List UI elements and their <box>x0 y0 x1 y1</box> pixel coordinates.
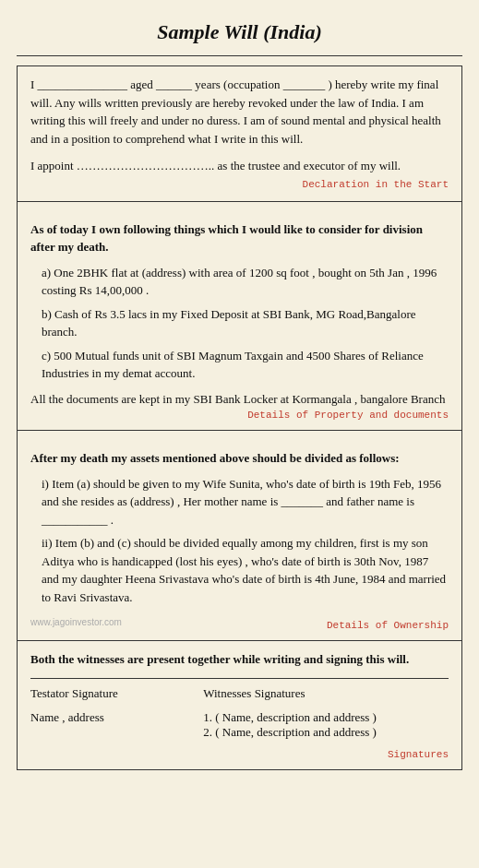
testator-label: Testator Signature <box>30 686 194 701</box>
list-item: b) Cash of Rs 3.5 lacs in my Fixed Depos… <box>38 305 449 341</box>
declaration-annotation: Declaration in the Start <box>30 179 449 190</box>
division-list: i) Item (a) should be given to my Wife S… <box>38 475 449 607</box>
appoint-text: I appoint …………………………….. as the trustee a… <box>30 157 449 175</box>
signatures-annotation: Signatures <box>30 749 449 760</box>
documents-text: All the documents are kept in my SBI Ban… <box>30 390 449 409</box>
item-text-c: 500 Mutual funds unit of SBI Magnum Taxg… <box>42 349 424 381</box>
top-divider <box>17 55 462 56</box>
section-division: After my death my assets mentioned above… <box>17 431 462 641</box>
assets-list: a) One 2BHK flat at (address) with area … <box>38 264 449 383</box>
item-label-i: i) <box>42 477 49 491</box>
witness-1: 1. ( Name, description and address ) <box>203 710 449 725</box>
name-address-label: Name , address <box>30 710 194 725</box>
sig-divider <box>30 678 449 679</box>
intro-text: I _______________ aged ______ years (occ… <box>30 76 449 148</box>
item-label-a: a) <box>42 266 51 279</box>
section-assets: As of today I own following things which… <box>17 202 462 432</box>
watermark: www.jagoinvestor.com <box>30 617 122 627</box>
page: Sample Will (India) I _______________ ag… <box>0 0 479 868</box>
property-annotation: Details of Property and documents <box>30 410 449 421</box>
section-declaration: I _______________ aged ______ years (occ… <box>17 65 462 202</box>
witness-2: 2. ( Name, description and address ) <box>203 725 449 740</box>
division-heading: After my death my assets mentioned above… <box>30 449 449 468</box>
sig-row-1: Testator Signature Witnesses Signatures <box>30 686 449 701</box>
list-item: i) Item (a) should be given to my Wife S… <box>38 475 449 529</box>
item-text-a: One 2BHK flat at (address) with area of … <box>42 266 437 298</box>
ownership-annotation: Details of Ownership <box>327 620 449 631</box>
item-label-b: b) <box>42 307 52 321</box>
item-text-ii: Item (b) and (c) should be divided equal… <box>42 536 446 604</box>
witnesses-label: Witnesses Signatures <box>194 686 449 701</box>
section-signatures: Both the witnesses are present together … <box>17 641 462 770</box>
item-text-b: Cash of Rs 3.5 lacs in my Fixed Deposit … <box>42 307 416 339</box>
list-item: a) One 2BHK flat at (address) with area … <box>38 264 449 300</box>
item-label-c: c) <box>42 349 51 363</box>
item-label-ii: ii) <box>42 536 53 550</box>
item-text-i: Item (a) should be given to my Wife Suni… <box>42 477 441 527</box>
sig-row-2: Name , address 1. ( Name, description an… <box>30 710 449 740</box>
sig-heading: Both the witnesses are present together … <box>30 650 449 669</box>
list-item: c) 500 Mutual funds unit of SBI Magnum T… <box>38 347 449 383</box>
witnesses-names: 1. ( Name, description and address ) 2. … <box>194 710 449 740</box>
assets-heading: As of today I own following things which… <box>30 220 449 256</box>
list-item: ii) Item (b) and (c) should be divided e… <box>38 534 449 606</box>
page-title: Sample Will (India) <box>17 9 462 52</box>
